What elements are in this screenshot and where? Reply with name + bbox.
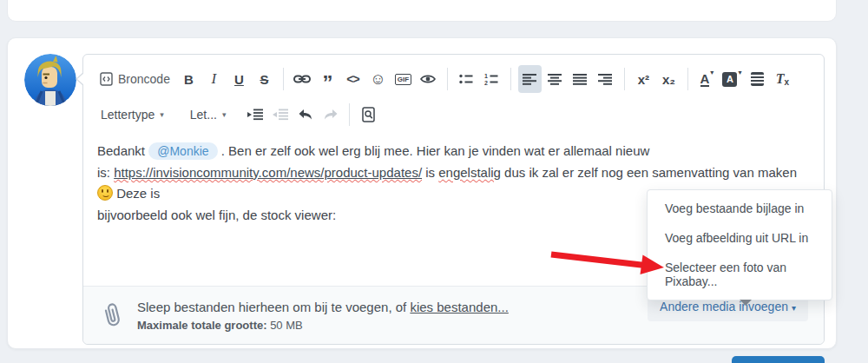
quote-button[interactable]: ” [316,61,339,97]
toolbar-divider [349,103,350,126]
align-left-icon [523,74,536,85]
font-family-dropdown[interactable]: Lettertype ▾ [94,102,171,128]
mention-chip[interactable]: @Monkie [148,142,217,160]
align-center-icon [548,74,562,85]
undo-icon [298,109,313,121]
toolbar-divider [687,68,688,90]
font-size-label: Let... [190,108,217,122]
align-right-button[interactable] [594,65,617,93]
chevron-down-icon: ▾ [738,69,741,76]
eye-icon [420,74,436,84]
undo-button[interactable] [293,101,317,129]
subscript-button[interactable]: x₂ [657,65,681,93]
source-code-button[interactable]: Broncode [95,65,175,93]
font-size-dropdown[interactable]: Let... ▾ [183,102,233,128]
font-family-label: Lettertype [101,108,155,122]
max-size-label: Maximale totale grootte: [137,319,267,332]
menu-item-insert-image-from-url[interactable]: Voeg afbeelding uit URL in [648,223,832,253]
dropdown-caret [740,300,752,306]
code-block-button[interactable] [746,65,769,93]
gif-icon: GIF [395,74,411,85]
previous-post-card [7,0,837,22]
redo-icon [323,109,339,121]
avatar [24,54,76,106]
chevron-down-icon: ▾ [222,110,227,119]
link-button[interactable] [291,65,314,93]
max-size-value: 50 MB [267,319,303,332]
submit-reply-button[interactable] [732,356,825,363]
code-button[interactable]: <> [341,65,365,93]
text-segment: dus ik zal er zelf nog een samenvatting … [501,165,797,180]
gif-button[interactable]: GIF [391,65,415,93]
smiley-emoji: 🙂 [97,185,113,201]
drag-files-text: Sleep bestanden hierheen om bij te voege… [137,300,410,314]
highlight-color-icon: A [722,72,737,87]
text-segment: . Ben er zelf ook wel erg blij mee. Hier… [218,143,650,158]
link-icon [293,74,311,84]
indent-button[interactable] [243,101,266,129]
outdent-icon [273,109,288,121]
align-justify-button[interactable] [569,65,592,93]
menu-item-insert-existing-attachment[interactable]: Voeg bestaande bijlage in [648,194,832,223]
text-segment: Deze is [113,186,160,201]
page: { "glyphs": { "caret": "▾", "bold": "B",… [0,0,868,363]
source-code-icon [100,72,113,86]
preview-button[interactable] [417,65,440,93]
toolbar-row-1: Broncode B I U S ” <> ☺ GIF [83,55,824,98]
bullet-list-button[interactable] [455,65,478,93]
toolbar-divider [624,68,625,90]
toolbar-divider [283,68,284,90]
indent-icon [247,109,263,121]
svg-text:1: 1 [484,73,488,79]
preview-page-button[interactable] [357,101,380,129]
emoji-button[interactable]: ☺ [366,65,390,93]
svg-text:2: 2 [484,80,488,86]
toolbar-divider [510,68,511,90]
paperclip-icon [98,299,127,331]
chevron-down-icon: ▾ [792,303,796,313]
superscript-button[interactable]: x² [632,65,655,93]
text-color-button[interactable]: A ▾ [695,65,719,93]
align-right-icon [598,74,612,85]
strikethrough-button[interactable]: S [253,65,276,93]
bold-button[interactable]: B [177,65,201,93]
remove-format-button[interactable]: T x [771,65,794,93]
numbered-list-icon: 12 [484,73,498,85]
redo-button[interactable] [319,101,342,129]
italic-button[interactable]: I [202,65,226,93]
align-left-button[interactable] [518,65,542,93]
source-code-label: Broncode [118,72,170,86]
toolbar-divider [447,68,448,90]
chevron-down-icon: ▾ [160,110,164,119]
annotation-arrow [541,243,671,282]
choose-files-link[interactable]: kies bestanden... [410,300,508,314]
remove-format-icon: T [776,71,785,87]
text-segment: Bedankt [97,143,148,158]
highlight-color-button[interactable]: A ▾ [720,65,744,93]
content-link[interactable]: https://invisioncommunity.com/news/produ… [114,165,422,180]
page-preview-icon [362,107,376,122]
text-segment: bijvoorbeeld ook wel fijn, de stock view… [97,208,336,222]
align-center-button[interactable] [543,65,567,93]
insert-media-dropdown: Voeg bestaande bijlage in Voeg afbeeldin… [647,189,832,300]
outdent-button[interactable] [268,101,292,129]
toolbar-row-2: Lettertype ▾ Let... ▾ [83,98,824,131]
text-segment: is [422,165,438,180]
code-block-icon [751,72,764,86]
underline-button[interactable]: U [227,65,251,93]
numbered-list-button[interactable]: 12 [480,65,503,93]
bullet-list-icon [459,73,473,85]
align-justify-icon [573,74,587,85]
menu-item-select-pixabay-photo[interactable]: Selecteer een foto van Pixabay... [648,253,832,296]
chevron-down-icon: ▾ [710,69,713,76]
text-color-icon: A [700,72,710,87]
misspelled-word: engelstalig [438,165,501,180]
text-segment: is: [97,165,114,180]
